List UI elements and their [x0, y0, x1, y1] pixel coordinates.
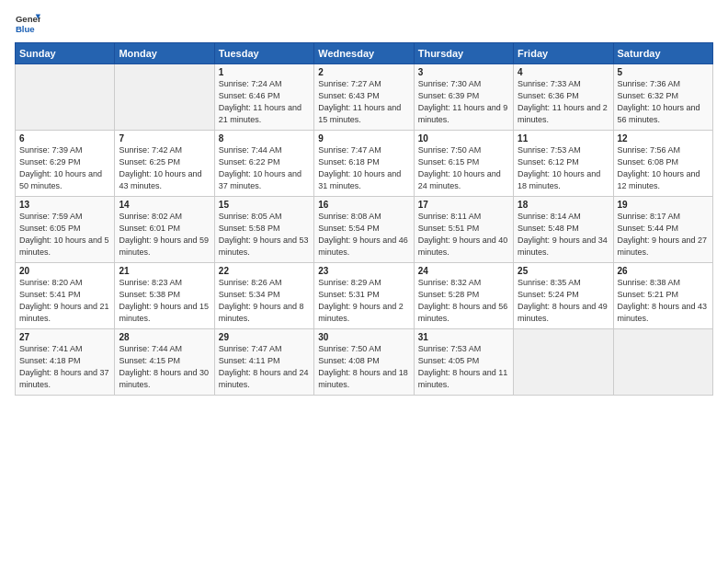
day-info: Sunrise: 8:17 AMSunset: 5:44 PMDaylight:…: [618, 211, 709, 259]
calendar-cell: 30Sunrise: 7:50 AMSunset: 4:08 PMDayligh…: [314, 329, 414, 396]
day-info: Sunrise: 8:35 AMSunset: 5:24 PMDaylight:…: [518, 277, 609, 325]
day-number: 16: [318, 200, 409, 210]
calendar-cell: 29Sunrise: 7:47 AMSunset: 4:11 PMDayligh…: [214, 329, 313, 396]
day-info: Sunrise: 8:11 AMSunset: 5:51 PMDaylight:…: [418, 211, 509, 259]
calendar-cell: 25Sunrise: 8:35 AMSunset: 5:24 PMDayligh…: [514, 263, 613, 329]
day-number: 31: [418, 332, 509, 342]
week-row-2: 6Sunrise: 7:39 AMSunset: 6:29 PMDaylight…: [16, 131, 713, 197]
day-info: Sunrise: 7:47 AMSunset: 6:18 PMDaylight:…: [318, 144, 409, 192]
day-number: 2: [318, 67, 409, 77]
day-info: Sunrise: 7:56 AMSunset: 6:08 PMDaylight:…: [618, 144, 709, 192]
day-header-thursday: Thursday: [414, 43, 513, 64]
day-info: Sunrise: 8:20 AMSunset: 5:41 PMDaylight:…: [19, 277, 110, 325]
calendar-cell: 12Sunrise: 7:56 AMSunset: 6:08 PMDayligh…: [613, 131, 712, 197]
day-info: Sunrise: 7:24 AMSunset: 6:46 PMDaylight:…: [219, 78, 310, 126]
day-header-sunday: Sunday: [16, 43, 115, 64]
day-number: 26: [618, 266, 709, 276]
day-header-friday: Friday: [514, 43, 613, 64]
generalblue-logo-icon: General Blue: [15, 11, 40, 37]
calendar-cell: 9Sunrise: 7:47 AMSunset: 6:18 PMDaylight…: [314, 131, 414, 197]
day-number: 28: [119, 332, 210, 342]
calendar-cell: 10Sunrise: 7:50 AMSunset: 6:15 PMDayligh…: [414, 131, 513, 197]
day-number: 7: [119, 133, 210, 144]
day-number: 23: [318, 266, 409, 276]
day-info: Sunrise: 7:59 AMSunset: 6:05 PMDaylight:…: [19, 211, 110, 259]
day-info: Sunrise: 7:53 AMSunset: 6:12 PMDaylight:…: [518, 144, 609, 192]
calendar-cell: 14Sunrise: 8:02 AMSunset: 6:01 PMDayligh…: [115, 197, 214, 263]
day-header-monday: Monday: [115, 43, 214, 64]
week-row-1: 1Sunrise: 7:24 AMSunset: 6:46 PMDaylight…: [16, 64, 713, 131]
calendar-cell: 18Sunrise: 8:14 AMSunset: 5:48 PMDayligh…: [514, 197, 613, 263]
day-number: 12: [618, 133, 709, 144]
day-number: 14: [119, 200, 210, 210]
day-info: Sunrise: 7:47 AMSunset: 4:11 PMDaylight:…: [219, 343, 310, 391]
day-info: Sunrise: 8:08 AMSunset: 5:54 PMDaylight:…: [318, 211, 409, 259]
svg-text:Blue: Blue: [16, 24, 35, 34]
day-info: Sunrise: 8:14 AMSunset: 5:48 PMDaylight:…: [518, 211, 609, 259]
calendar-cell: 24Sunrise: 8:32 AMSunset: 5:28 PMDayligh…: [414, 263, 513, 329]
day-info: Sunrise: 8:02 AMSunset: 6:01 PMDaylight:…: [119, 211, 210, 259]
day-info: Sunrise: 7:33 AMSunset: 6:36 PMDaylight:…: [518, 78, 609, 126]
calendar-cell: 1Sunrise: 7:24 AMSunset: 6:46 PMDaylight…: [214, 64, 313, 131]
day-number: 25: [518, 266, 609, 276]
header-row: SundayMondayTuesdayWednesdayThursdayFrid…: [16, 43, 713, 64]
day-number: 20: [19, 266, 110, 276]
calendar-cell: 13Sunrise: 7:59 AMSunset: 6:05 PMDayligh…: [16, 197, 115, 263]
day-number: 19: [618, 200, 709, 210]
week-row-4: 20Sunrise: 8:20 AMSunset: 5:41 PMDayligh…: [16, 263, 713, 329]
day-info: Sunrise: 8:23 AMSunset: 5:38 PMDaylight:…: [119, 277, 210, 325]
day-info: Sunrise: 7:27 AMSunset: 6:43 PMDaylight:…: [318, 78, 409, 126]
day-number: 4: [518, 67, 609, 77]
day-number: 13: [19, 200, 110, 210]
day-header-saturday: Saturday: [613, 43, 712, 64]
day-number: 1: [219, 67, 310, 77]
day-info: Sunrise: 7:44 AMSunset: 4:15 PMDaylight:…: [119, 343, 210, 391]
day-number: 21: [119, 266, 210, 276]
calendar-cell: 26Sunrise: 8:38 AMSunset: 5:21 PMDayligh…: [613, 263, 712, 329]
day-info: Sunrise: 8:29 AMSunset: 5:31 PMDaylight:…: [318, 277, 409, 325]
day-header-tuesday: Tuesday: [214, 43, 313, 64]
day-header-wednesday: Wednesday: [314, 43, 414, 64]
header: General Blue: [15, 11, 713, 37]
day-info: Sunrise: 8:26 AMSunset: 5:34 PMDaylight:…: [219, 277, 310, 325]
day-info: Sunrise: 7:53 AMSunset: 4:05 PMDaylight:…: [418, 343, 509, 391]
day-number: 30: [318, 332, 409, 342]
day-number: 24: [418, 266, 509, 276]
day-number: 15: [219, 200, 310, 210]
day-info: Sunrise: 7:39 AMSunset: 6:29 PMDaylight:…: [19, 144, 110, 192]
calendar-cell: 7Sunrise: 7:42 AMSunset: 6:25 PMDaylight…: [115, 131, 214, 197]
calendar-cell: 21Sunrise: 8:23 AMSunset: 5:38 PMDayligh…: [115, 263, 214, 329]
calendar-cell: 11Sunrise: 7:53 AMSunset: 6:12 PMDayligh…: [514, 131, 613, 197]
page: General Blue SundayMondayTuesdayWednesda…: [0, 0, 728, 403]
day-info: Sunrise: 8:05 AMSunset: 5:58 PMDaylight:…: [219, 211, 310, 259]
calendar-cell: 3Sunrise: 7:30 AMSunset: 6:39 PMDaylight…: [414, 64, 513, 131]
day-info: Sunrise: 8:38 AMSunset: 5:21 PMDaylight:…: [618, 277, 709, 325]
calendar-cell: 22Sunrise: 8:26 AMSunset: 5:34 PMDayligh…: [214, 263, 313, 329]
day-number: 29: [219, 332, 310, 342]
day-info: Sunrise: 7:50 AMSunset: 4:08 PMDaylight:…: [318, 343, 409, 391]
calendar-cell: [514, 329, 613, 396]
day-info: Sunrise: 7:50 AMSunset: 6:15 PMDaylight:…: [418, 144, 509, 192]
calendar-cell: 5Sunrise: 7:36 AMSunset: 6:32 PMDaylight…: [613, 64, 712, 131]
week-row-5: 27Sunrise: 7:41 AMSunset: 4:18 PMDayligh…: [16, 329, 713, 396]
calendar-cell: [613, 329, 712, 396]
day-info: Sunrise: 7:44 AMSunset: 6:22 PMDaylight:…: [219, 144, 310, 192]
calendar-cell: 19Sunrise: 8:17 AMSunset: 5:44 PMDayligh…: [613, 197, 712, 263]
day-number: 8: [219, 133, 310, 144]
calendar-cell: 27Sunrise: 7:41 AMSunset: 4:18 PMDayligh…: [16, 329, 115, 396]
calendar-cell: [16, 64, 115, 131]
day-number: 17: [418, 200, 509, 210]
day-info: Sunrise: 7:41 AMSunset: 4:18 PMDaylight:…: [19, 343, 110, 391]
calendar-cell: [115, 64, 214, 131]
day-info: Sunrise: 7:42 AMSunset: 6:25 PMDaylight:…: [119, 144, 210, 192]
day-number: 27: [19, 332, 110, 342]
calendar-cell: 4Sunrise: 7:33 AMSunset: 6:36 PMDaylight…: [514, 64, 613, 131]
day-info: Sunrise: 7:36 AMSunset: 6:32 PMDaylight:…: [618, 78, 709, 126]
day-number: 3: [418, 67, 509, 77]
day-number: 6: [19, 133, 110, 144]
day-info: Sunrise: 7:30 AMSunset: 6:39 PMDaylight:…: [418, 78, 509, 126]
calendar-cell: 23Sunrise: 8:29 AMSunset: 5:31 PMDayligh…: [314, 263, 414, 329]
calendar-cell: 28Sunrise: 7:44 AMSunset: 4:15 PMDayligh…: [115, 329, 214, 396]
calendar-cell: 20Sunrise: 8:20 AMSunset: 5:41 PMDayligh…: [16, 263, 115, 329]
logo: General Blue: [15, 11, 40, 37]
